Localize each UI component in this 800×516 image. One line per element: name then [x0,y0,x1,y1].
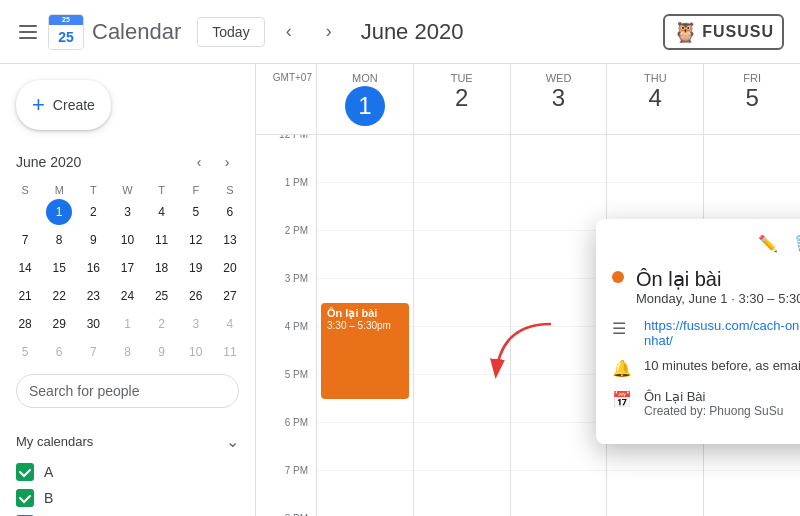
mini-cal-day-29[interactable]: 29 [46,311,72,337]
mini-cal-day-2b[interactable]: 2 [149,311,175,337]
mini-cal-day-17[interactable]: 17 [114,255,140,281]
app-icon: 25 25 [48,14,84,50]
day-name-mon: MON [317,72,413,84]
dow-t1: T [76,182,110,198]
create-button[interactable]: + Create [16,80,111,130]
mini-cal-day-9[interactable]: 9 [80,227,106,253]
mini-cal-day-19[interactable]: 19 [183,255,209,281]
popup-title-row: Ôn lại bài Monday, June 1 · 3:30 – 5:30p… [612,267,800,306]
day-header-wed: WED 3 [510,64,607,134]
mini-cal-day-1[interactable]: 1 [46,199,72,225]
mini-cal-day-24[interactable]: 24 [114,283,140,309]
time-slot-12pm: 12 PM [256,135,316,183]
search-people-label: Search for people [29,383,140,399]
mini-cal-day-14[interactable]: 14 [12,255,38,281]
calendar-item-c[interactable]: C [0,511,255,516]
mini-cal-day-16[interactable]: 16 [80,255,106,281]
prev-button[interactable]: ‹ [273,16,305,48]
mini-cal-day-6[interactable]: 6 [217,199,243,225]
time-label-12pm: 12 PM [279,135,308,140]
mini-cal-day[interactable] [12,199,38,225]
time-slot-5pm: 5 PM [256,375,316,423]
mini-cal-day-23[interactable]: 23 [80,283,106,309]
mini-cal-day-21[interactable]: 21 [12,283,38,309]
mini-cal-day-5b[interactable]: 5 [12,339,38,365]
mini-cal-day-1b[interactable]: 1 [114,311,140,337]
mini-cal-day-4b[interactable]: 4 [217,311,243,337]
dow-s2: S [213,182,247,198]
mini-cal-day-22[interactable]: 22 [46,283,72,309]
hour-line [511,183,607,231]
mini-cal-day-26[interactable]: 26 [183,283,209,309]
mini-cal-day-6b[interactable]: 6 [46,339,72,365]
mini-cal-day-30[interactable]: 30 [80,311,106,337]
my-calendars-header[interactable]: My calendars ⌄ [0,424,255,459]
mini-cal-day-12[interactable]: 12 [183,227,209,253]
mini-cal-day-10b[interactable]: 10 [183,339,209,365]
header-left: 25 25 Calendar [16,14,181,50]
popup-calendar-row: 📅 Ôn Lại Bài Created by: Phuong SuSu [612,389,800,418]
calendar-item-a[interactable]: A [0,459,255,485]
popup-body: Ôn lại bài Monday, June 1 · 3:30 – 5:30p… [596,263,800,444]
checkmark-icon-b [18,491,32,505]
bell-icon: 🔔 [612,359,632,379]
mini-cal-day-9b[interactable]: 9 [149,339,175,365]
mini-cal-day-3[interactable]: 3 [114,199,140,225]
search-people-box[interactable]: Search for people [16,374,239,408]
mini-cal-day-8b[interactable]: 8 [114,339,140,365]
mini-cal-day-25[interactable]: 25 [149,283,175,309]
mini-cal-day-5[interactable]: 5 [183,199,209,225]
mini-cal-day-7b[interactable]: 7 [80,339,106,365]
hour-line [414,471,510,516]
mini-cal-prev[interactable]: ‹ [187,150,211,174]
my-calendars-section: My calendars ⌄ A B C [0,416,255,516]
time-slot-6pm: 6 PM [256,423,316,471]
mini-cal-day-18[interactable]: 18 [149,255,175,281]
header-nav: Today ‹ › June 2020 [197,16,463,48]
hour-line [607,135,703,183]
today-button[interactable]: Today [197,17,264,47]
edit-event-button[interactable]: ✏️ [752,227,784,259]
mini-cal-day-3b[interactable]: 3 [183,311,209,337]
mini-cal-day-4[interactable]: 4 [149,199,175,225]
mini-cal-day-10[interactable]: 10 [114,227,140,253]
calendar-checkbox-b [16,489,34,507]
mini-cal-day-20[interactable]: 20 [217,255,243,281]
next-button[interactable]: › [313,16,345,48]
calendar-header-row: GMT+07 MON 1 TUE 2 WED 3 THU 4 FRI 5 [256,64,800,135]
day-col-tue [413,135,510,516]
mini-cal-day-2[interactable]: 2 [80,199,106,225]
mini-cal-header: June 2020 ‹ › [8,146,247,178]
dow-s1: S [8,182,42,198]
time-slot-7pm: 7 PM [256,471,316,516]
mini-cal-day-11b[interactable]: 11 [217,339,243,365]
main-layout: + Create June 2020 ‹ › S M T W T F S [0,64,800,516]
dow-w: W [110,182,144,198]
delete-event-button[interactable]: 🗑️ [788,227,800,259]
popup-event-link[interactable]: https://fususu.com/cach-on-lai-bai-hieu-… [644,318,800,348]
day-name-wed: WED [511,72,607,84]
time-label-4pm: 4 PM [285,321,308,332]
calendar-item-b[interactable]: B [0,485,255,511]
popup-reminder-row: 🔔 10 minutes before, as email [612,358,800,379]
mini-cal-day-13[interactable]: 13 [217,227,243,253]
hour-line [511,231,607,279]
popup-calendar-info: Ôn Lại Bài Created by: Phuong SuSu [644,389,783,418]
mini-cal-day-11[interactable]: 11 [149,227,175,253]
popup-toolbar: ✏️ 🗑️ ✉️ ⋮ ✕ [596,219,800,263]
mini-cal-day-8[interactable]: 8 [46,227,72,253]
popup-link-content: https://fususu.com/cach-on-lai-bai-hieu-… [644,318,800,348]
time-label-2pm: 2 PM [285,225,308,236]
mini-cal-day-28[interactable]: 28 [12,311,38,337]
logo-date-num: 25 [62,16,70,23]
mini-cal-day-27[interactable]: 27 [217,283,243,309]
day-num-1: 1 [345,86,385,126]
checkmark-icon-a [18,465,32,479]
day-col-mon: Ôn lại bài 3:30 – 5:30pm [316,135,413,516]
calendar-icon: 📅 [612,390,632,410]
mini-cal-next[interactable]: › [215,150,239,174]
event-on-lai-bai[interactable]: Ôn lại bài 3:30 – 5:30pm [321,303,409,399]
mini-cal-day-15[interactable]: 15 [46,255,72,281]
mini-cal-day-7[interactable]: 7 [12,227,38,253]
menu-icon[interactable] [16,20,40,44]
